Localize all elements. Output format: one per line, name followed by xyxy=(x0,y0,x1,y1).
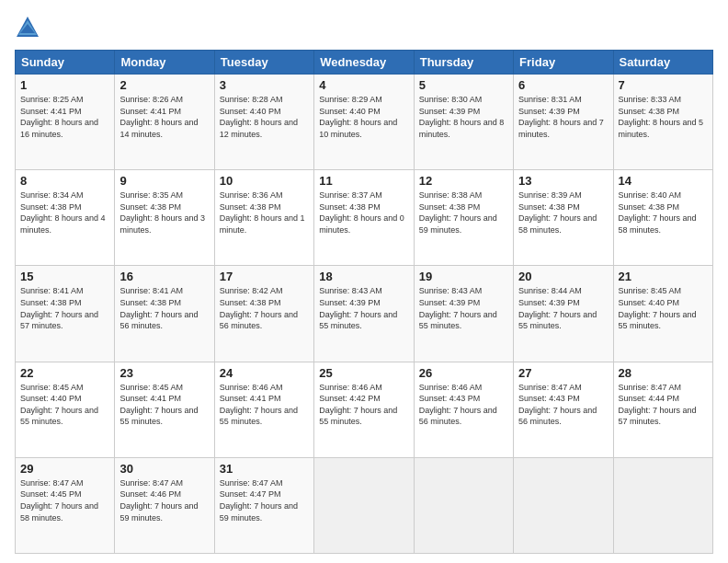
day-info: Sunrise: 8:41 AMSunset: 4:38 PMDaylight:… xyxy=(119,285,209,331)
day-number: 4 xyxy=(319,78,408,92)
calendar-cell: 25Sunrise: 8:46 AMSunset: 4:42 PMDayligh… xyxy=(314,362,414,457)
day-number: 12 xyxy=(419,174,508,188)
day-number: 29 xyxy=(20,462,109,476)
day-info: Sunrise: 8:34 AMSunset: 4:38 PMDaylight:… xyxy=(20,190,109,236)
calendar-cell: 20Sunrise: 8:44 AMSunset: 4:39 PMDayligh… xyxy=(514,266,613,362)
day-info: Sunrise: 8:46 AMSunset: 4:43 PMDaylight:… xyxy=(419,382,508,428)
day-info: Sunrise: 8:47 AMSunset: 4:47 PMDaylight:… xyxy=(220,477,309,523)
day-info: Sunrise: 8:42 AMSunset: 4:38 PMDaylight:… xyxy=(220,285,309,331)
calendar-cell: 12Sunrise: 8:38 AMSunset: 4:38 PMDayligh… xyxy=(414,170,513,266)
weekday-thursday: Thursday xyxy=(414,51,513,75)
day-number: 7 xyxy=(619,78,708,92)
day-info: Sunrise: 8:29 AMSunset: 4:40 PMDaylight:… xyxy=(319,94,408,140)
calendar-cell: 10Sunrise: 8:36 AMSunset: 4:38 PMDayligh… xyxy=(214,170,313,266)
day-number: 27 xyxy=(518,366,608,380)
day-info: Sunrise: 8:25 AMSunset: 4:41 PMDaylight:… xyxy=(20,94,109,140)
calendar-cell: 14Sunrise: 8:40 AMSunset: 4:38 PMDayligh… xyxy=(613,170,712,266)
day-number: 17 xyxy=(220,270,309,283)
day-number: 8 xyxy=(20,174,109,188)
day-info: Sunrise: 8:28 AMSunset: 4:40 PMDaylight:… xyxy=(220,94,309,140)
calendar-cell: 3Sunrise: 8:28 AMSunset: 4:40 PMDaylight… xyxy=(214,75,313,170)
calendar-cell: 11Sunrise: 8:37 AMSunset: 4:38 PMDayligh… xyxy=(314,170,414,266)
day-info: Sunrise: 8:43 AMSunset: 4:39 PMDaylight:… xyxy=(319,285,408,331)
calendar-cell: 18Sunrise: 8:43 AMSunset: 4:39 PMDayligh… xyxy=(314,266,414,362)
day-number: 9 xyxy=(119,174,209,188)
day-number: 28 xyxy=(619,366,708,380)
calendar-cell: 9Sunrise: 8:35 AMSunset: 4:38 PMDaylight… xyxy=(115,170,214,266)
calendar-cell: 30Sunrise: 8:47 AMSunset: 4:46 PMDayligh… xyxy=(115,457,214,553)
calendar-cell: 19Sunrise: 8:43 AMSunset: 4:39 PMDayligh… xyxy=(414,266,513,362)
header xyxy=(15,15,713,40)
day-number: 13 xyxy=(518,174,608,188)
week-row-4: 22Sunrise: 8:45 AMSunset: 4:40 PMDayligh… xyxy=(16,362,713,457)
day-info: Sunrise: 8:38 AMSunset: 4:38 PMDaylight:… xyxy=(419,190,508,236)
weekday-saturday: Saturday xyxy=(613,51,712,75)
day-info: Sunrise: 8:45 AMSunset: 4:40 PMDaylight:… xyxy=(619,285,708,331)
day-number: 15 xyxy=(20,270,109,283)
weekday-wednesday: Wednesday xyxy=(314,51,414,75)
day-number: 24 xyxy=(220,366,309,380)
day-info: Sunrise: 8:45 AMSunset: 4:41 PMDaylight:… xyxy=(119,382,209,428)
calendar-cell: 31Sunrise: 8:47 AMSunset: 4:47 PMDayligh… xyxy=(214,457,313,553)
calendar-cell: 4Sunrise: 8:29 AMSunset: 4:40 PMDaylight… xyxy=(314,75,414,170)
week-row-5: 29Sunrise: 8:47 AMSunset: 4:45 PMDayligh… xyxy=(16,457,713,553)
day-number: 3 xyxy=(220,78,309,92)
logo-icon xyxy=(15,15,40,40)
day-info: Sunrise: 8:39 AMSunset: 4:38 PMDaylight:… xyxy=(518,190,608,236)
calendar-cell: 16Sunrise: 8:41 AMSunset: 4:38 PMDayligh… xyxy=(115,266,214,362)
day-info: Sunrise: 8:35 AMSunset: 4:38 PMDaylight:… xyxy=(119,190,209,236)
calendar-cell: 15Sunrise: 8:41 AMSunset: 4:38 PMDayligh… xyxy=(16,266,115,362)
calendar-cell: 7Sunrise: 8:33 AMSunset: 4:38 PMDaylight… xyxy=(613,75,712,170)
day-number: 23 xyxy=(119,366,209,380)
calendar-cell xyxy=(514,457,613,553)
calendar-cell: 28Sunrise: 8:47 AMSunset: 4:44 PMDayligh… xyxy=(613,362,712,457)
day-number: 5 xyxy=(419,78,508,92)
calendar-cell: 13Sunrise: 8:39 AMSunset: 4:38 PMDayligh… xyxy=(514,170,613,266)
calendar-cell xyxy=(613,457,712,553)
day-number: 1 xyxy=(20,78,109,92)
calendar-cell: 8Sunrise: 8:34 AMSunset: 4:38 PMDaylight… xyxy=(16,170,115,266)
calendar-table: SundayMondayTuesdayWednesdayThursdayFrid… xyxy=(15,50,713,554)
day-number: 21 xyxy=(619,270,708,283)
weekday-friday: Friday xyxy=(514,51,613,75)
day-number: 19 xyxy=(419,270,508,283)
day-info: Sunrise: 8:41 AMSunset: 4:38 PMDaylight:… xyxy=(20,285,109,331)
week-row-3: 15Sunrise: 8:41 AMSunset: 4:38 PMDayligh… xyxy=(16,266,713,362)
day-info: Sunrise: 8:40 AMSunset: 4:38 PMDaylight:… xyxy=(619,190,708,236)
weekday-tuesday: Tuesday xyxy=(214,51,313,75)
day-number: 20 xyxy=(518,270,608,283)
day-info: Sunrise: 8:36 AMSunset: 4:38 PMDaylight:… xyxy=(220,190,309,236)
calendar-cell: 27Sunrise: 8:47 AMSunset: 4:43 PMDayligh… xyxy=(514,362,613,457)
day-info: Sunrise: 8:45 AMSunset: 4:40 PMDaylight:… xyxy=(20,382,109,428)
calendar-cell: 29Sunrise: 8:47 AMSunset: 4:45 PMDayligh… xyxy=(16,457,115,553)
week-row-2: 8Sunrise: 8:34 AMSunset: 4:38 PMDaylight… xyxy=(16,170,713,266)
calendar-cell: 26Sunrise: 8:46 AMSunset: 4:43 PMDayligh… xyxy=(414,362,513,457)
day-info: Sunrise: 8:47 AMSunset: 4:45 PMDaylight:… xyxy=(20,477,109,523)
day-number: 16 xyxy=(119,270,209,283)
week-row-1: 1Sunrise: 8:25 AMSunset: 4:41 PMDaylight… xyxy=(16,75,713,170)
day-number: 26 xyxy=(419,366,508,380)
calendar-cell xyxy=(314,457,414,553)
day-number: 11 xyxy=(319,174,408,188)
day-info: Sunrise: 8:44 AMSunset: 4:39 PMDaylight:… xyxy=(518,285,608,331)
day-info: Sunrise: 8:47 AMSunset: 4:44 PMDaylight:… xyxy=(619,382,708,428)
day-number: 18 xyxy=(319,270,408,283)
day-info: Sunrise: 8:31 AMSunset: 4:39 PMDaylight:… xyxy=(518,94,608,140)
weekday-monday: Monday xyxy=(115,51,214,75)
day-number: 6 xyxy=(518,78,608,92)
calendar-cell: 17Sunrise: 8:42 AMSunset: 4:38 PMDayligh… xyxy=(214,266,313,362)
calendar-cell: 21Sunrise: 8:45 AMSunset: 4:40 PMDayligh… xyxy=(613,266,712,362)
weekday-header-row: SundayMondayTuesdayWednesdayThursdayFrid… xyxy=(16,51,713,75)
calendar-cell: 23Sunrise: 8:45 AMSunset: 4:41 PMDayligh… xyxy=(115,362,214,457)
day-info: Sunrise: 8:47 AMSunset: 4:43 PMDaylight:… xyxy=(518,382,608,428)
calendar-cell: 1Sunrise: 8:25 AMSunset: 4:41 PMDaylight… xyxy=(16,75,115,170)
logo xyxy=(15,15,44,40)
day-number: 2 xyxy=(119,78,209,92)
calendar-cell: 6Sunrise: 8:31 AMSunset: 4:39 PMDaylight… xyxy=(514,75,613,170)
day-number: 30 xyxy=(119,462,209,476)
calendar-cell: 22Sunrise: 8:45 AMSunset: 4:40 PMDayligh… xyxy=(16,362,115,457)
day-info: Sunrise: 8:33 AMSunset: 4:38 PMDaylight:… xyxy=(619,94,708,140)
calendar-cell: 5Sunrise: 8:30 AMSunset: 4:39 PMDaylight… xyxy=(414,75,513,170)
day-info: Sunrise: 8:46 AMSunset: 4:42 PMDaylight:… xyxy=(319,382,408,428)
weekday-sunday: Sunday xyxy=(16,51,115,75)
